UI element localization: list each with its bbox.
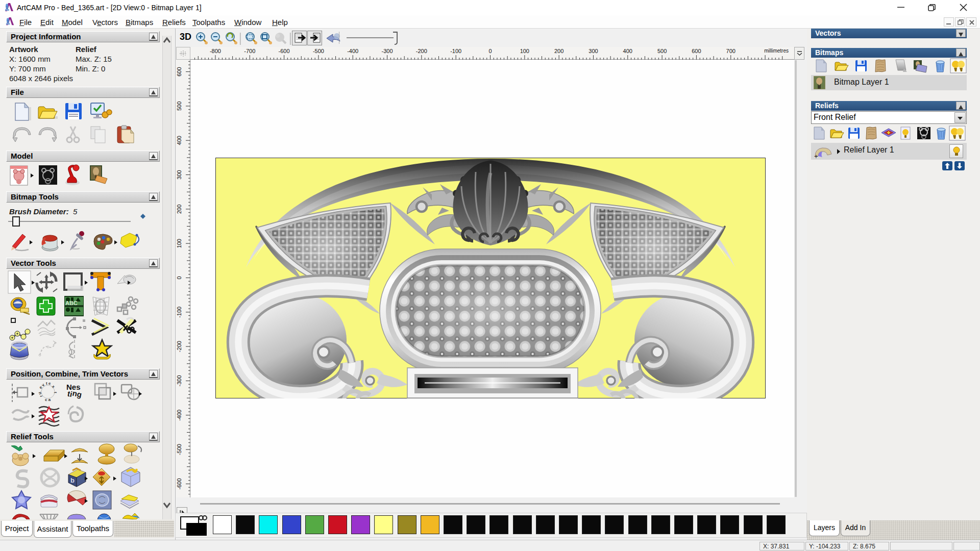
svg-text:t e: t e [46,381,51,386]
svg-text:200: 200 [554,48,564,54]
svg-text:ABC: ABC [65,300,78,306]
svg-text:-300: -300 [382,48,393,54]
svg-text:300: 300 [589,48,598,54]
svg-text:700: 700 [726,48,736,54]
svg-text:100: 100 [176,239,182,248]
svg-text:300: 300 [176,170,182,179]
svg-text:b: b [70,477,75,484]
svg-text:600: 600 [692,48,701,54]
svg-text:500: 500 [657,48,667,54]
svg-text:-400: -400 [176,410,182,421]
svg-text:0: 0 [488,48,492,54]
svg-text:millimetres: millimetres [764,48,789,54]
svg-text:-600: -600 [279,48,290,54]
svg-text:-100: -100 [450,48,461,54]
svg-text:-800: -800 [210,48,221,54]
svg-text:c a: c a [45,397,51,402]
svg-text:400: 400 [176,136,182,145]
svg-text:-500: -500 [176,444,182,455]
svg-text:-200: -200 [176,341,182,352]
svg-text:ting: ting [67,388,83,400]
svg-text:-300: -300 [176,375,182,386]
svg-text:-500: -500 [313,48,324,54]
svg-text:600: 600 [176,67,182,76]
svg-text:500: 500 [176,102,182,111]
svg-text:-700: -700 [244,48,255,54]
svg-text:-100: -100 [176,307,182,318]
svg-text:e v: e v [38,383,46,390]
svg-text:-400: -400 [347,48,358,54]
svg-text:400: 400 [623,48,632,54]
svg-text:t: t [53,392,58,393]
svg-text:-200: -200 [416,48,427,54]
svg-text:100: 100 [520,48,529,54]
svg-text:0: 0 [176,276,182,279]
svg-text:200: 200 [176,205,182,214]
svg-text:-600: -600 [176,478,182,489]
svg-text:+: + [814,153,818,159]
svg-text:r u: r u [37,391,44,398]
